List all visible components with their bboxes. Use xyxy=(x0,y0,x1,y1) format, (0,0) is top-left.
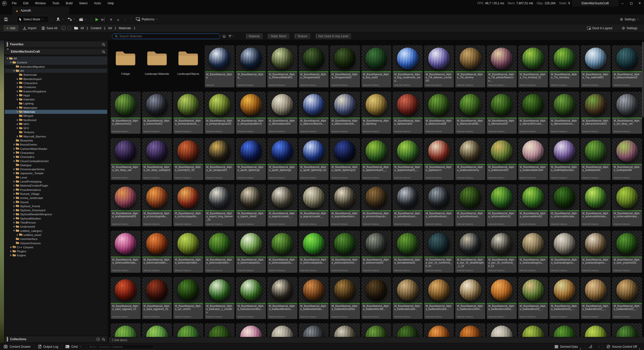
sidebar-item-easternkingdoms[interactable]: EasternKingdoms xyxy=(5,89,107,93)
asset-tile[interactable]: M_BaseMaterial_Alpha_anemity01_05Materia… xyxy=(173,138,203,180)
asset-tile[interactable]: M_BaseMaterial_Alpha_alteractreetrunk03M… xyxy=(581,92,611,134)
save-button[interactable] xyxy=(2,16,10,23)
sidebar-item-content[interactable]: Content xyxy=(5,60,107,64)
asset-tile[interactable]: M_BaseMaterial_Alpha_7dl_dummyMaterial I… xyxy=(455,45,485,87)
asset-tile-partial[interactable] xyxy=(518,323,548,337)
cmd-dropdown[interactable]: Cmd∨ xyxy=(62,343,84,350)
source-control-button[interactable]: Source Control Off xyxy=(603,343,644,350)
asset-tile[interactable]: M_BaseMaterial_Alpha_arathihighlandsd...… xyxy=(549,138,579,180)
sidebar-item-stylizednewbieweapons[interactable]: StylizedNewbieWeapons xyxy=(5,212,107,216)
sidebar-item-level[interactable]: Level xyxy=(5,176,107,180)
asset-tile-partial[interactable] xyxy=(487,323,517,337)
sidebar-item-kalimdor[interactable]: Kalimdor xyxy=(5,97,107,101)
eject-button[interactable]: ▲ xyxy=(115,16,122,23)
asset-tile[interactable]: M_BaseMaterial_Alpha_argentdawnbann...Ma… xyxy=(330,184,360,226)
asset-tile[interactable]: M_BaseMaterial_Alpha_am_bbay_netMaterial… xyxy=(612,92,642,134)
asset-tile-partial[interactable] xyxy=(612,323,642,337)
asset-tile[interactable]: M_BaseMaterial_Alpha_activechest01Materi… xyxy=(142,92,172,134)
sidebar-item-levelprototyping[interactable]: LevelPrototyping xyxy=(5,180,107,184)
asset-tile[interactable]: M_BaseMaterial_Alpha_6sa_ivy02Material I… xyxy=(361,45,391,87)
asset-tile[interactable]: M_BaseMaterial_Alpha_ashenvalefern02Mate… xyxy=(518,184,548,226)
sidebar-item-stylizedweather[interactable]: StylizedWeather xyxy=(5,217,107,221)
platforms-dropdown[interactable]: Platforms∨ xyxy=(134,16,160,23)
sidebar-item-stylized-forest[interactable]: Stylized_Forest xyxy=(5,204,107,208)
asset-tile[interactable]: M_BaseMaterial_Alpha_Material Instance xyxy=(236,45,266,87)
asset-tile[interactable]: M_BaseMaterial_Alpha_ashenvalefernpla...… xyxy=(612,184,642,226)
menu-window[interactable]: Window xyxy=(32,0,49,7)
asset-tile[interactable]: M_BaseMaterial_Alpha_ahnquirajwalltorchM… xyxy=(236,92,266,134)
unreal-logo-icon[interactable]: U xyxy=(0,0,9,7)
sidebar-item-materialcreatorplugin[interactable]: MaterialCreatorPlugin xyxy=(5,184,107,188)
asset-tile[interactable]: M_BaseMaterial_Alpha_aeriepeaksbush_...M… xyxy=(173,92,203,134)
asset-tile-partial[interactable] xyxy=(205,323,235,337)
asset-tile[interactable]: M_BaseMaterial_Alpha_badlandsrockfish...… xyxy=(455,277,485,319)
asset-tile[interactable]: M_BaseMaterial_Alpha_badlanddinobon...Ma… xyxy=(267,277,297,319)
sidebar-item-materialize[interactable]: Materialize xyxy=(5,106,107,110)
asset-tile-partial[interactable] xyxy=(581,323,611,337)
grid-folder-foliage[interactable]: Foliage xyxy=(111,45,141,87)
import-button[interactable]: Import xyxy=(20,25,39,31)
search-box[interactable] xyxy=(112,33,220,39)
asset-tile[interactable]: M_BaseMaterial_AlphaMaterial xyxy=(205,45,235,87)
asset-tile[interactable]: M_BaseMaterial_Alpha_appletreetop01_...M… xyxy=(361,138,391,180)
asset-tile[interactable]: M_BaseMaterial_Alpha_argent_long_banner_… xyxy=(205,184,235,226)
asset-tile[interactable]: M_BaseMaterial_Alpha_asmallweeds01Materi… xyxy=(393,231,423,273)
asset-tile[interactable]: M_BaseMaterial_Alpha_applewormMaterial I… xyxy=(424,138,454,180)
asset-tile[interactable]: M_BaseMaterial_Alpha_apoth_lightning2Mat… xyxy=(236,138,266,180)
asset-tile[interactable]: M_BaseMaterial_Alpha_2longweeds01Materia… xyxy=(299,45,329,87)
asset-tile[interactable]: M_BaseMaterial_Alpha_7dl_dalaran_counter… xyxy=(424,45,454,87)
select-mode-dropdown[interactable]: Select Mode∨ xyxy=(17,16,49,23)
asset-tile-partial[interactable] xyxy=(299,323,329,337)
menu-actor[interactable]: Actor xyxy=(91,0,104,7)
sidebar-item-northrend[interactable]: Northrend xyxy=(5,118,107,122)
sidebar-item-thirdperson[interactable]: ThirdPerson xyxy=(5,221,107,225)
output-log-button[interactable]: Output Log xyxy=(34,343,62,350)
asset-tile[interactable]: M_BaseMaterial_Alpha_abbeyvines01Materia… xyxy=(111,92,141,134)
add-collection-button[interactable]: + xyxy=(96,337,100,341)
sidebar-item-creatures[interactable]: Creatures xyxy=(5,85,107,89)
blueprints-dropdown[interactable]: ∨ xyxy=(66,16,77,23)
restore-button[interactable] xyxy=(627,0,635,7)
asset-tile[interactable]: M_BaseMaterial_Alpha_alphameat02Material… xyxy=(393,92,423,134)
asset-tile[interactable]: M_BaseMaterial_Alpha_ashenvalefernpla...… xyxy=(549,184,579,226)
sidebar-item-blenderimport[interactable]: BlenderImport xyxy=(5,77,107,81)
asset-tile-partial[interactable] xyxy=(267,323,297,337)
filter-pill-static-mesh[interactable]: Static Mesh xyxy=(268,33,290,39)
asset-tile[interactable]: M_BaseMaterial_Alpha_badlandtree02_...Ma… xyxy=(581,277,611,319)
save-all-button[interactable]: Save All xyxy=(39,25,60,31)
asset-tile[interactable]: M_BaseMaterial_Alpha_7xp_waterfall01Mate… xyxy=(581,45,611,87)
asset-tile[interactable]: M_BaseMaterial_Alpha_argentcrusade_...Ma… xyxy=(267,184,297,226)
asset-tile[interactable]: M_BaseMaterial_Alpha_7dl_planterflowercl… xyxy=(487,45,517,87)
asset-tile[interactable]: M_BaseMaterial_Alpha_6zg_mushroom_sma...… xyxy=(393,45,423,87)
sidebar-item-lighting[interactable]: Lighting xyxy=(5,101,107,106)
asset-tile[interactable]: M_BaseMaterial_Alpha_badlandshrub05aMate… xyxy=(330,277,360,319)
asset-tile[interactable]: M_BaseMaterial_Alpha_alliancectfbanne...… xyxy=(299,92,329,134)
asset-tile[interactable]: M_BaseMaterial_Alpha_badlandsrockfish...… xyxy=(487,277,517,319)
asset-tile[interactable]: M_BaseMaterial_Alpha_aeriepeaksgrass02Ma… xyxy=(205,92,235,134)
asset-tile[interactable]: M_BaseMaterial_Alpha_badlandshruble...Ma… xyxy=(424,277,454,319)
search-icon[interactable] xyxy=(102,50,105,53)
asset-tile[interactable]: M_BaseMaterial_Alpha_ashenvaletreene...M… xyxy=(330,231,360,273)
content-browser-settings-button[interactable]: ⚙ Settings xyxy=(619,25,640,31)
asset-tile[interactable]: M_BaseMaterial_Alpha_azjol_eggsack_01Mat… xyxy=(111,277,141,319)
asset-tile[interactable]: M_BaseMaterial_Alpha_axe_1h_northrend_b_… xyxy=(424,231,454,273)
sidebar-item-sfx[interactable]: SFX xyxy=(5,126,107,130)
play-button[interactable]: ▶ xyxy=(94,16,100,23)
sidebar-item-snowy-landscape[interactable]: snowy_landscape xyxy=(5,196,107,200)
asset-tile[interactable]: M_BaseMaterial_Alpha_azaharadragons...Ma… xyxy=(581,231,611,273)
sidebar-item-all[interactable]: All xyxy=(5,56,107,60)
project-header[interactable]: EldenWarSoulsCraft xyxy=(5,48,107,55)
insights-grid-button[interactable] xyxy=(585,343,596,350)
sidebar-item-dreamscapeseries[interactable]: DreamscapeSeries xyxy=(5,167,107,171)
sidebar-item-characters[interactable]: Characters xyxy=(5,151,107,155)
asset-tile[interactable]: M_BaseMaterial_Alpha_am_bbay_sailMateria… xyxy=(111,138,141,180)
asset-tile[interactable]: M_BaseMaterial_Alpha_armorershopruin...M… xyxy=(361,184,391,226)
asset-tile[interactable]: M_BaseMaterial_Alpha_ashenvalemidtre...M… xyxy=(205,231,235,273)
sidebar-item-materials[interactable]: Materials xyxy=(5,110,107,114)
add-actor-dropdown[interactable]: ∨ xyxy=(54,16,66,23)
sidebar-item-poseanimations[interactable]: PoseAnimations xyxy=(5,188,107,192)
console-command-input[interactable] xyxy=(87,344,154,349)
sidebar-item-untitled-asset[interactable]: untitled_asset xyxy=(5,233,107,237)
asset-tile[interactable]: M_BaseMaterial_Alpha_arakkoaalchemyMater… xyxy=(455,138,485,180)
asset-tile[interactable]: M_BaseMaterial_Alpha_apoth_lightning1dMa… xyxy=(330,138,360,180)
